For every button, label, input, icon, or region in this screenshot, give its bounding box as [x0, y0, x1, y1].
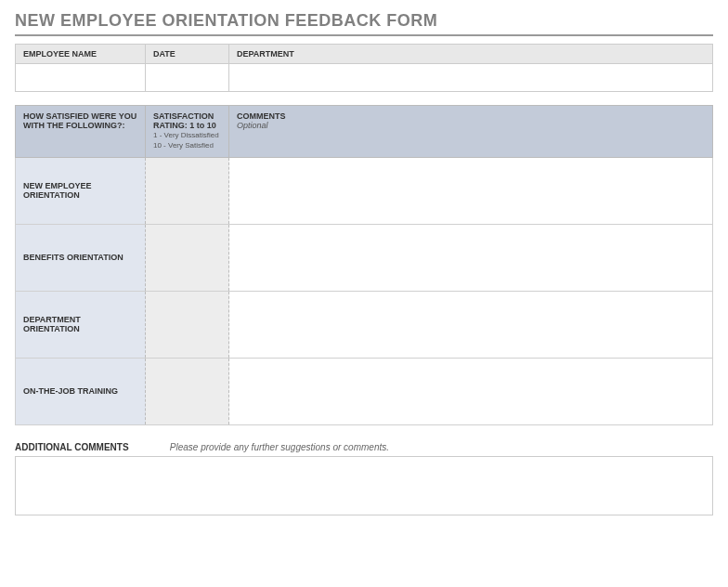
additional-header: ADDITIONAL COMMENTS Please provide any f…	[15, 442, 713, 452]
additional-box	[15, 456, 713, 515]
form-title: NEW EMPLOYEE ORIENTATION FEEDBACK FORM	[15, 11, 713, 36]
header-question: HOW SATISFIED WERE YOU WITH THE FOLLOWIN…	[16, 106, 146, 158]
employee-name-input[interactable]	[20, 73, 141, 85]
header-department: DEPARTMENT	[229, 45, 713, 64]
additional-label: ADDITIONAL COMMENTS	[15, 442, 145, 452]
rating-input-0[interactable]	[153, 163, 221, 218]
header-rating-sub2: 10 - Very Satisfied	[153, 141, 214, 150]
comments-input-3[interactable]	[237, 362, 705, 417]
rating-input-2[interactable]	[153, 297, 221, 352]
header-date: DATE	[146, 45, 229, 64]
header-comments-optional: Optional	[237, 121, 268, 130]
header-comments: COMMENTS Optional	[229, 106, 713, 158]
header-comments-text: COMMENTS	[237, 111, 286, 121]
table-row: BENEFITS ORIENTATION	[16, 224, 713, 291]
header-rating: SATISFACTION RATING: 1 to 10 1 - Very Di…	[146, 106, 229, 158]
row-label-ojt: ON-THE-JOB TRAINING	[16, 358, 146, 424]
employee-info-table: EMPLOYEE NAME DATE DEPARTMENT	[15, 44, 713, 92]
row-label-department: DEPARTMENT ORIENTATION	[16, 291, 146, 358]
comments-input-0[interactable]	[237, 162, 705, 216]
header-rating-text: SATISFACTION RATING: 1 to 10	[153, 111, 216, 130]
table-row: ON-THE-JOB TRAINING	[16, 358, 713, 424]
header-rating-sub1: 1 - Very Dissatisfied	[153, 131, 219, 139]
row-label-benefits: BENEFITS ORIENTATION	[16, 224, 146, 291]
table-row: DEPARTMENT ORIENTATION	[16, 291, 713, 358]
rating-input-1[interactable]	[153, 230, 221, 285]
table-row: NEW EMPLOYEE ORIENTATION	[16, 157, 713, 224]
feedback-table: HOW SATISFIED WERE YOU WITH THE FOLLOWIN…	[15, 105, 713, 425]
additional-comments-input[interactable]	[20, 461, 708, 511]
date-input[interactable]	[150, 73, 225, 85]
header-employee-name: EMPLOYEE NAME	[16, 45, 146, 64]
header-question-text: HOW SATISFIED WERE YOU WITH THE FOLLOWIN…	[23, 111, 136, 130]
rating-input-3[interactable]	[153, 364, 221, 419]
comments-input-1[interactable]	[237, 228, 705, 283]
department-input[interactable]	[233, 73, 708, 85]
additional-hint: Please provide any further suggestions o…	[170, 442, 389, 452]
comments-input-2[interactable]	[237, 295, 705, 350]
row-label-orientation: NEW EMPLOYEE ORIENTATION	[16, 157, 146, 224]
additional-comments-section: ADDITIONAL COMMENTS Please provide any f…	[15, 442, 713, 515]
